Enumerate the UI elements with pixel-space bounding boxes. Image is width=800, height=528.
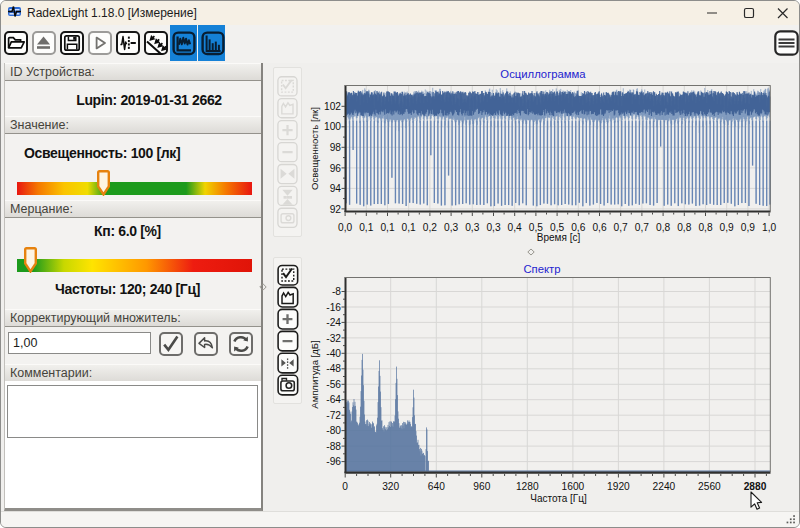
svg-text:Спектр: Спектр bbox=[523, 263, 560, 275]
svg-text:0,1: 0,1 bbox=[380, 222, 394, 233]
svg-text:-96: -96 bbox=[326, 456, 341, 467]
svg-text:-16: -16 bbox=[326, 302, 341, 313]
svg-text:-56: -56 bbox=[326, 379, 341, 390]
svg-text:0,6: 0,6 bbox=[571, 222, 585, 233]
svg-text:1600: 1600 bbox=[562, 481, 585, 492]
svg-text:-88: -88 bbox=[326, 441, 341, 452]
svg-text:92: 92 bbox=[330, 204, 342, 215]
svg-text:94: 94 bbox=[330, 183, 342, 194]
svg-text:100: 100 bbox=[324, 121, 341, 132]
svg-text:960: 960 bbox=[473, 481, 490, 492]
svg-text:0,1: 0,1 bbox=[359, 222, 373, 233]
svg-text:Освещенность [лк]: Освещенность [лк] bbox=[309, 107, 320, 190]
svg-text:Время [с]: Время [с] bbox=[537, 232, 581, 243]
svg-text:0,7: 0,7 bbox=[614, 222, 628, 233]
svg-text:1,0: 1,0 bbox=[762, 222, 776, 233]
svg-text:102: 102 bbox=[324, 101, 341, 112]
svg-text:0,0: 0,0 bbox=[338, 222, 352, 233]
svg-text:-8: -8 bbox=[332, 286, 341, 297]
svg-text:0,9: 0,9 bbox=[741, 222, 755, 233]
svg-text:0,7: 0,7 bbox=[635, 222, 649, 233]
svg-text:0,8: 0,8 bbox=[656, 222, 670, 233]
svg-text:0,8: 0,8 bbox=[698, 222, 712, 233]
svg-text:96: 96 bbox=[330, 163, 342, 174]
svg-text:0,6: 0,6 bbox=[592, 222, 606, 233]
svg-text:-80: -80 bbox=[326, 425, 341, 436]
svg-text:640: 640 bbox=[428, 481, 445, 492]
svg-text:0: 0 bbox=[342, 481, 348, 492]
svg-text:0,2: 0,2 bbox=[423, 222, 437, 233]
svg-text:2560: 2560 bbox=[698, 481, 721, 492]
svg-text:0,5: 0,5 bbox=[550, 222, 564, 233]
svg-text:0,1: 0,1 bbox=[402, 222, 416, 233]
svg-text:-32: -32 bbox=[326, 333, 341, 344]
svg-text:2240: 2240 bbox=[653, 481, 676, 492]
svg-text:0,4: 0,4 bbox=[508, 222, 522, 233]
svg-text:1920: 1920 bbox=[607, 481, 630, 492]
svg-text:Частота [Гц]: Частота [Гц] bbox=[530, 493, 587, 504]
svg-text:0,8: 0,8 bbox=[677, 222, 691, 233]
svg-text:-40: -40 bbox=[326, 348, 341, 359]
svg-text:0,5: 0,5 bbox=[529, 222, 543, 233]
svg-text:Осциллограмма: Осциллограмма bbox=[500, 68, 586, 80]
svg-text:0,9: 0,9 bbox=[720, 222, 734, 233]
svg-text:98: 98 bbox=[330, 142, 342, 153]
svg-text:-64: -64 bbox=[326, 394, 341, 405]
svg-text:0,3: 0,3 bbox=[465, 222, 479, 233]
svg-text:-48: -48 bbox=[326, 363, 341, 374]
svg-text:Амплитуда [дБ]: Амплитуда [дБ] bbox=[309, 340, 320, 408]
svg-text:1280: 1280 bbox=[516, 481, 539, 492]
svg-text:-24: -24 bbox=[326, 317, 341, 328]
svg-text:320: 320 bbox=[382, 481, 399, 492]
svg-text:0,3: 0,3 bbox=[444, 222, 458, 233]
svg-text:0,3: 0,3 bbox=[486, 222, 500, 233]
svg-text:-72: -72 bbox=[326, 410, 341, 421]
